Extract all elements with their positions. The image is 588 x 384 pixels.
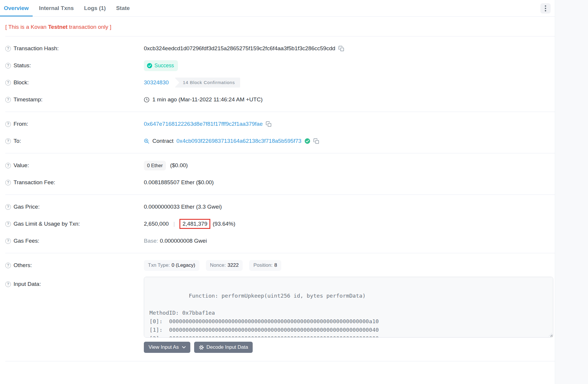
row-from: From: 0x647e7168122263d8e7f81f17fff9c2f1…: [5, 115, 549, 133]
annotation-highlight-box: 2,481,379: [179, 219, 210, 229]
status-badge-text: Success: [154, 63, 174, 69]
to-type-prefix: Contract: [152, 138, 174, 144]
overview-panel: [ This is a Kovan Testnet transaction on…: [0, 24, 555, 373]
caret-down-icon: [182, 346, 186, 348]
help-circle-icon: [5, 221, 11, 227]
row-gas-fees: Gas Fees: Base: 0.000000008 Gwei: [5, 232, 549, 249]
transaction-fee-label: Transaction Fee:: [14, 179, 55, 186]
position-value: 8: [274, 262, 277, 268]
input-data-actions: View Input As Decode Input Data: [144, 342, 553, 353]
bottom-spacer: [5, 365, 549, 373]
testnet-notice: [ This is a Kovan Testnet transaction on…: [5, 24, 549, 30]
timestamp-label: Timestamp:: [14, 96, 43, 103]
gas-fees-label: Gas Fees:: [14, 238, 39, 244]
gas-used-percent: (93.64%): [213, 221, 235, 227]
row-input-data: Input Data: Function: performUpkeep(uint…: [5, 277, 549, 353]
row-status: Status: Success: [5, 57, 549, 74]
to-address-link[interactable]: 0x4cb093f226983713164a62138c3f718a5b595f…: [176, 138, 302, 144]
divider: [5, 112, 555, 112]
divider: [5, 253, 555, 253]
tab-overview[interactable]: Overview: [0, 1, 33, 16]
resize-handle[interactable]: [549, 333, 552, 336]
gas-used-value: 2,481,379: [182, 221, 207, 227]
divider: [5, 361, 555, 361]
gas-limit-label: Gas Limit & Usage by Txn:: [14, 221, 80, 227]
help-circle-icon: [5, 204, 11, 210]
help-circle-icon: [5, 63, 11, 68]
from-address-link[interactable]: 0x647e7168122263d8e7f81f17fff9c2f1aa379f…: [144, 121, 263, 127]
more-options-button[interactable]: [540, 3, 551, 14]
row-transaction-fee: Transaction Fee: 0.0081885507 Ether ($0.…: [5, 174, 549, 191]
divider: [5, 194, 555, 195]
gear-icon: [199, 345, 204, 350]
pipe-separator: |: [172, 221, 177, 227]
gas-limit-value: 2,650,000: [144, 221, 169, 227]
input-data-text: Function: performUpkeep(uint256 id, byte…: [149, 293, 379, 338]
tab-state[interactable]: State: [112, 1, 134, 16]
status-label: Status:: [14, 62, 31, 69]
to-label: To:: [14, 138, 21, 144]
decode-input-data-button[interactable]: Decode Input Data: [194, 342, 253, 353]
help-circle-icon: [5, 180, 11, 185]
divider: [5, 153, 555, 153]
ether-value-badge: 0 Ether: [144, 161, 166, 170]
zoom-in-icon[interactable]: [144, 138, 149, 144]
block-label: Block:: [14, 79, 29, 86]
gas-price-label: Gas Price:: [14, 204, 40, 210]
divider: [5, 36, 555, 36]
help-circle-icon: [5, 97, 11, 103]
help-circle-icon: [5, 138, 11, 144]
row-transaction-hash: Transaction Hash: 0xcb324eedcd1d07296fdf…: [5, 40, 549, 57]
block-confirmations-badge: 14 Block Confirmations: [175, 78, 240, 88]
input-data-box[interactable]: Function: performUpkeep(uint256 id, byte…: [144, 277, 553, 338]
help-circle-icon: [5, 238, 11, 244]
row-gas-price: Gas Price: 0.0000000033 Ether (3.3 Gwei): [5, 198, 549, 215]
kebab-menu-icon: [545, 5, 546, 11]
help-circle-icon: [5, 121, 11, 127]
row-to: To: Contract 0x4cb093f226983713164a62138…: [5, 133, 549, 150]
copy-icon: [266, 121, 272, 127]
help-circle-icon: [5, 281, 11, 287]
block-number-link[interactable]: 30324830: [144, 79, 169, 86]
copy-from-address-button[interactable]: [266, 121, 272, 127]
position-badge: Position: 8: [249, 260, 281, 271]
nonce-badge: Nonce: 3222: [206, 260, 243, 271]
usd-value: ($0.00): [170, 162, 188, 169]
tab-internal-txns[interactable]: Internal Txns: [35, 1, 78, 16]
help-circle-icon: [5, 163, 11, 168]
tab-logs[interactable]: Logs (1): [80, 1, 110, 16]
position-key: Position:: [253, 262, 272, 268]
status-badge: Success: [144, 60, 178, 71]
nonce-key: Nonce:: [210, 262, 226, 268]
page-background-strip: [555, 0, 588, 384]
row-others: Others: Txn Type: 0 (Legacy) Nonce: 3222…: [5, 257, 549, 274]
decode-input-data-label: Decode Input Data: [206, 344, 248, 350]
value-label: Value:: [14, 162, 29, 169]
tab-bar: Overview Internal Txns Logs (1) State: [0, 0, 555, 17]
row-gas-limit-usage: Gas Limit & Usage by Txn: 2,650,000 | 2,…: [5, 215, 549, 232]
transaction-card: Overview Internal Txns Logs (1) State [ …: [0, 0, 555, 384]
from-label: From:: [14, 121, 28, 127]
transaction-hash-label: Transaction Hash:: [14, 45, 59, 52]
check-circle-icon: [147, 63, 152, 68]
view-input-as-label: View Input As: [149, 344, 179, 350]
gas-price-value: 0.0000000033 Ether (3.3 Gwei): [144, 204, 222, 210]
view-input-as-button[interactable]: View Input As: [144, 342, 190, 353]
check-circle-icon: [304, 138, 310, 144]
txn-type-value: 0 (Legacy): [171, 262, 195, 268]
copy-hash-button[interactable]: [338, 46, 344, 52]
notice-prefix: [ This is a Kovan: [5, 24, 48, 30]
others-label: Others:: [14, 262, 32, 269]
help-circle-icon: [5, 80, 11, 85]
row-timestamp: Timestamp: 1 min ago (Mar-11-2022 11:46:…: [5, 91, 549, 108]
txn-type-badge: Txn Type: 0 (Legacy): [144, 260, 199, 271]
row-block: Block: 30324830 14 Block Confirmations: [5, 74, 549, 91]
copy-icon: [338, 46, 344, 52]
input-data-label: Input Data:: [14, 281, 41, 287]
copy-to-address-button[interactable]: [313, 138, 319, 144]
transaction-detail-page: Overview Internal Txns Logs (1) State [ …: [0, 0, 588, 384]
transaction-fee-value: 0.0081885507 Ether ($0.00): [144, 179, 214, 186]
timestamp-value: 1 min ago (Mar-11-2022 11:46:24 AM +UTC): [152, 96, 263, 103]
base-fee-value: 0.000000008 Gwei: [160, 238, 207, 244]
help-circle-icon: [5, 46, 11, 51]
